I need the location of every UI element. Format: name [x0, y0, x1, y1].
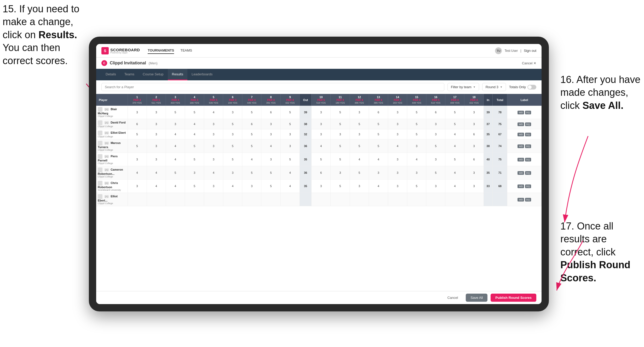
score-front-0-4[interactable]: 5 [185, 106, 204, 119]
score-front-1-6[interactable]: 5 [223, 119, 242, 129]
score-back-3-11[interactable]: 5 [331, 139, 350, 153]
dq-button-4[interactable]: DQ [525, 158, 531, 161]
score-front-0-1[interactable]: 3 [128, 106, 147, 119]
score-back-2-13[interactable]: 5 [369, 129, 388, 139]
score-back-3-18[interactable]: 3 [464, 139, 484, 153]
score-back-4-17[interactable]: 5 [445, 153, 464, 166]
score-front-3-1[interactable]: 5 [128, 139, 147, 153]
score-front-3-8[interactable]: 4 [261, 139, 280, 153]
score-back-0-17[interactable]: 5 [445, 106, 464, 119]
score-back-4-11[interactable]: 5 [331, 153, 350, 166]
score-front-4-9[interactable]: 5 [280, 153, 300, 166]
score-front-5-9[interactable]: 4 [280, 166, 300, 180]
score-front-4-5[interactable]: 3 [204, 153, 223, 166]
score-front-6-2[interactable]: 4 [147, 180, 166, 193]
score-back-3-12[interactable]: 5 [350, 139, 369, 153]
score-front-6-5[interactable]: 3 [204, 180, 223, 193]
score-back-4-18[interactable]: 6 [464, 153, 484, 166]
score-back-7-16[interactable] [426, 193, 445, 206]
score-front-5-5[interactable]: 4 [204, 166, 223, 180]
score-back-0-10[interactable]: 3 [312, 106, 331, 119]
dq-button-1[interactable]: DQ [525, 122, 531, 126]
score-front-5-6[interactable]: 3 [223, 166, 242, 180]
score-front-1-8[interactable]: 3 [261, 119, 280, 129]
score-front-2-5[interactable]: 3 [204, 129, 223, 139]
score-back-4-14[interactable]: 3 [388, 153, 407, 166]
score-front-6-1[interactable]: 3 [128, 180, 147, 193]
score-front-6-6[interactable]: 4 [223, 180, 242, 193]
score-back-7-11[interactable] [331, 193, 350, 206]
score-front-5-4[interactable]: 3 [185, 166, 204, 180]
score-back-6-18[interactable]: 3 [464, 180, 484, 193]
score-front-5-3[interactable]: 5 [166, 166, 185, 180]
score-front-4-1[interactable]: 3 [128, 153, 147, 166]
toggle-switch[interactable] [527, 85, 536, 89]
tab-results[interactable]: Results [168, 69, 187, 80]
score-front-2-8[interactable]: 3 [261, 129, 280, 139]
score-back-7-17[interactable] [445, 193, 464, 206]
score-back-1-17[interactable]: 5 [445, 119, 464, 129]
cancel-button[interactable]: Cancel [443, 294, 463, 302]
score-front-7-3[interactable] [166, 193, 185, 206]
score-back-2-14[interactable]: 3 [388, 129, 407, 139]
wd-button-4[interactable]: WD [518, 158, 524, 161]
wd-button-6[interactable]: WD [518, 184, 524, 188]
wd-button-0[interactable]: WD [518, 111, 524, 114]
score-front-0-5[interactable]: 4 [204, 106, 223, 119]
score-front-7-6[interactable] [223, 193, 242, 206]
score-back-6-10[interactable]: 3 [312, 180, 331, 193]
dq-button-5[interactable]: DQ [525, 171, 531, 175]
score-back-5-15[interactable]: 3 [407, 166, 426, 180]
score-back-6-16[interactable]: 3 [426, 180, 445, 193]
tab-leaderboards[interactable]: Leaderboards [187, 69, 217, 80]
score-front-1-2[interactable]: 3 [147, 119, 166, 129]
score-front-7-7[interactable] [242, 193, 261, 206]
score-back-2-17[interactable]: 4 [445, 129, 464, 139]
score-front-1-4[interactable]: 4 [185, 119, 204, 129]
score-back-5-16[interactable]: 5 [426, 166, 445, 180]
score-back-2-10[interactable]: 3 [312, 129, 331, 139]
score-back-1-11[interactable]: 5 [331, 119, 350, 129]
score-back-5-17[interactable]: 4 [445, 166, 464, 180]
score-front-7-9[interactable] [280, 193, 300, 206]
score-front-0-7[interactable]: 5 [242, 106, 261, 119]
score-front-2-2[interactable]: 3 [147, 129, 166, 139]
score-front-0-6[interactable]: 3 [223, 106, 242, 119]
dq-button-7[interactable]: DQ [525, 198, 531, 202]
score-front-5-8[interactable]: 5 [261, 166, 280, 180]
score-front-1-3[interactable]: 3 [166, 119, 185, 129]
score-back-1-10[interactable]: 3 [312, 119, 331, 129]
score-back-7-10[interactable] [312, 193, 331, 206]
sign-out-link[interactable]: Sign out [524, 48, 536, 54]
score-back-1-14[interactable]: 3 [388, 119, 407, 129]
score-front-2-4[interactable]: 4 [185, 129, 204, 139]
score-back-0-16[interactable]: 6 [426, 106, 445, 119]
score-front-3-2[interactable]: 3 [147, 139, 166, 153]
score-back-0-14[interactable]: 3 [388, 106, 407, 119]
score-back-4-15[interactable]: 4 [407, 153, 426, 166]
score-back-4-16[interactable]: 3 [426, 153, 445, 166]
score-back-3-15[interactable]: 3 [407, 139, 426, 153]
wd-button-5[interactable]: WD [518, 171, 524, 175]
score-back-7-14[interactable] [388, 193, 407, 206]
score-back-7-18[interactable] [464, 193, 484, 206]
score-front-7-5[interactable] [204, 193, 223, 206]
score-back-2-12[interactable]: 3 [350, 129, 369, 139]
tab-details[interactable]: Details [101, 69, 120, 80]
score-front-3-7[interactable]: 5 [242, 139, 261, 153]
totals-only-toggle[interactable]: Totals Only [509, 85, 536, 89]
score-front-4-3[interactable]: 4 [166, 153, 185, 166]
score-back-6-17[interactable]: 4 [445, 180, 464, 193]
score-front-1-5[interactable]: 3 [204, 119, 223, 129]
score-front-6-4[interactable]: 5 [185, 180, 204, 193]
score-back-0-13[interactable]: 6 [369, 106, 388, 119]
score-front-6-9[interactable]: 4 [280, 180, 300, 193]
score-front-5-1[interactable]: 4 [128, 166, 147, 180]
score-back-1-16[interactable]: 3 [426, 119, 445, 129]
score-back-3-13[interactable]: 5 [369, 139, 388, 153]
score-front-6-8[interactable]: 5 [261, 180, 280, 193]
score-back-7-12[interactable] [350, 193, 369, 206]
filter-by-team-dropdown[interactable]: Filter by team ▼ [447, 83, 479, 91]
score-front-4-6[interactable]: 5 [223, 153, 242, 166]
score-back-6-15[interactable]: 5 [407, 180, 426, 193]
